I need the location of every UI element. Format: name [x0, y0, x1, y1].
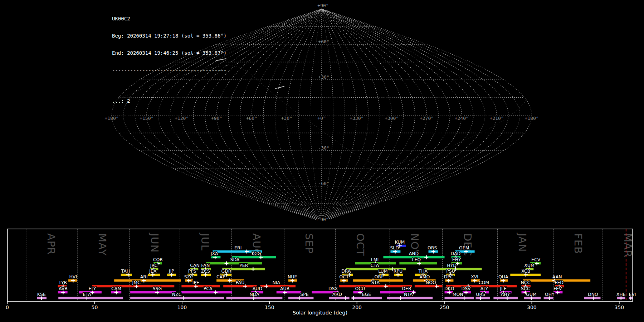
- map-label-north-pole: +90°: [317, 3, 328, 8]
- peak-marker-PER: [251, 267, 255, 271]
- map-latitude-label: +30°: [318, 74, 329, 80]
- map-longitude-label: +90°: [211, 116, 222, 121]
- shower-bar-ETA: [58, 297, 123, 299]
- x-axis-title: Solar longitude (deg): [293, 310, 347, 316]
- shower-label-ELY: ELY: [89, 286, 96, 291]
- peak-marker-NIA: [264, 284, 268, 288]
- map-meridian: [252, 9, 322, 221]
- map-meridian: [322, 9, 508, 221]
- sky-map: +90°-90°+60°+30°-30°-60°+180°+150°+120°+…: [104, 3, 538, 222]
- map-meridian: [322, 9, 520, 221]
- map-latitude-label: -30°: [318, 145, 329, 151]
- shower-label-DKD: DKD: [444, 286, 454, 291]
- shower-label-NIA: NIA: [272, 280, 280, 285]
- map-meridian: [205, 9, 322, 221]
- shower-label-STA: STA: [371, 280, 380, 285]
- month-label: MAY: [96, 233, 108, 256]
- meteor-radar-screen: UK00C2 Beg: 20260314 19:27:18 (sol = 353…: [0, 0, 644, 322]
- map-meridian: [322, 9, 380, 221]
- shower-label-JXA: JXA: [210, 251, 218, 256]
- shower-bar-PCA: [181, 291, 232, 293]
- shower-label-MON: MON: [453, 292, 463, 297]
- shower-bar-AUR: [277, 291, 301, 293]
- shower-label-FED: FED: [555, 280, 564, 285]
- map-longitude-label: +270°: [420, 116, 434, 121]
- month-label: SEP: [303, 233, 315, 254]
- shower-label-OER: OER: [402, 286, 411, 291]
- peak-marker-ARD: [344, 296, 348, 300]
- shower-label-ARD: ARD: [332, 292, 342, 297]
- shower-label-JEA: JEA: [149, 268, 157, 274]
- shower-label-NTA: NTA: [404, 292, 413, 297]
- shower-label-DSX: DSX: [328, 286, 338, 291]
- shower-label-SLD: SLD: [390, 245, 399, 250]
- map-longitude-label: +120°: [175, 116, 189, 121]
- shower-bar-PAU: [223, 285, 257, 287]
- map-longitude-label: +330°: [350, 116, 364, 121]
- peak-marker-AND: [424, 255, 428, 259]
- map-longitude-label: +30°: [281, 116, 292, 121]
- shower-label-ETA: ETA: [83, 292, 91, 297]
- shower-label-XCB: XCB: [521, 268, 530, 274]
- shower-label-GEM: GEM: [459, 245, 469, 250]
- peak-marker-STA: [384, 284, 388, 288]
- x-tick-label: 50: [91, 304, 98, 310]
- shower-label-NZC: NZC: [172, 292, 182, 297]
- shower-label-OCU: OCU: [355, 286, 365, 291]
- map-label-south-pole: -90°: [317, 217, 328, 222]
- shower-bar-JMC: [92, 285, 174, 287]
- map-longitude-label: +180°: [104, 116, 118, 121]
- shower-label-KUM: KUM: [395, 239, 405, 245]
- shower-bar-EGE: [351, 297, 382, 299]
- peak-marker-EGE: [352, 296, 356, 300]
- shower-label-HYD: HYD: [447, 263, 457, 268]
- map-meridian: [263, 9, 322, 221]
- shower-label-SSG: SSG: [153, 286, 162, 291]
- shower-label-NCC: NCC: [521, 280, 530, 285]
- shower-label-JRC: JRC: [150, 263, 158, 268]
- map-longitude-label: +180°: [525, 116, 538, 121]
- shower-label-CAN: CAN: [190, 263, 200, 268]
- shower-label-GUM: GUM: [526, 292, 537, 297]
- shower-label-AMO: AMO: [419, 274, 430, 279]
- shower-label-NDA: NDA: [250, 292, 260, 297]
- month-label: APR: [45, 233, 57, 255]
- shower-label-AVB: AVB: [59, 286, 68, 291]
- shower-label-THA: THA: [418, 268, 428, 274]
- shower-label-PER: PER: [239, 263, 248, 268]
- map-meridian: [170, 9, 322, 221]
- shower-bar-SDA: [206, 262, 262, 264]
- shower-label-LYR: LYR: [59, 280, 67, 285]
- shower-label-OHY: OHY: [545, 292, 555, 297]
- shower-label-ORS: ORS: [428, 245, 437, 250]
- map-longitude-label: +150°: [140, 116, 153, 121]
- map-meridian: [275, 9, 322, 221]
- shower-label-SCC: SCC: [521, 286, 530, 291]
- map-longitude-label: +60°: [246, 116, 257, 121]
- shower-label-HVI: HVI: [69, 274, 77, 279]
- map-longitude-label: +240°: [455, 116, 469, 121]
- shower-label-CAP: CAP: [216, 274, 225, 279]
- shower-label-LMI: LMI: [371, 257, 379, 262]
- shower-bar-MON: [444, 297, 474, 299]
- peak-marker-NTA: [399, 296, 402, 300]
- shower-label-LEO: LEO: [412, 257, 421, 262]
- shower-label-EVI: EVI: [629, 292, 636, 297]
- map-latitude-label: -60°: [318, 181, 329, 186]
- x-tick-label: 0: [6, 304, 9, 310]
- shower-label-DPC: DPC: [444, 274, 453, 279]
- map-longitude-label: +0°: [317, 116, 326, 121]
- map-longitude-label: +300°: [385, 116, 399, 121]
- shower-bar-NTA: [387, 297, 433, 299]
- peak-marker-SDA: [225, 262, 229, 265]
- meteor-echo-streak: [216, 59, 226, 61]
- shower-bar-ARI: [114, 279, 181, 282]
- plot-canvas: +90°-90°+60°+30°-30°-60°+180°+150°+120°+…: [0, 0, 644, 322]
- x-tick-label: 350: [614, 304, 624, 310]
- shower-label-COM: COM: [479, 280, 489, 285]
- shower-label-ALY: ALY: [480, 286, 488, 291]
- shower-label-KCG: KCG: [252, 251, 261, 256]
- month-label: JUL: [199, 233, 211, 251]
- shower-label-OCT: OCT: [339, 274, 349, 279]
- peak-marker-ERI: [245, 250, 249, 254]
